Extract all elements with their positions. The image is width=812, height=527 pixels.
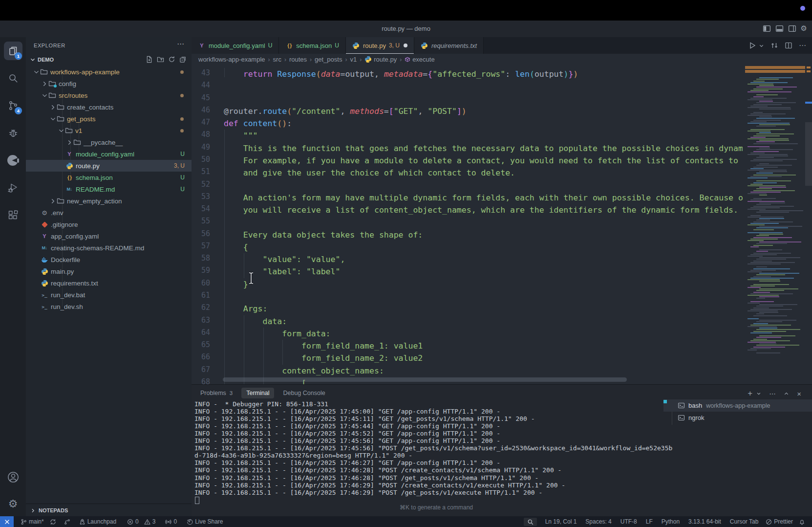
panel-tab-debug-console[interactable]: Debug Console bbox=[278, 388, 330, 398]
status-cursor-tab[interactable]: Cursor Tab bbox=[726, 516, 763, 527]
code-line[interactable]: 65 form_field_name_1: value1 bbox=[192, 340, 812, 352]
search-icon[interactable] bbox=[524, 518, 537, 526]
terminal-item-ngrok[interactable]: ngrok bbox=[663, 412, 812, 424]
collapse-all-icon[interactable] bbox=[179, 56, 187, 63]
status-git-graph[interactable] bbox=[61, 516, 73, 527]
activity-search-icon[interactable] bbox=[0, 66, 26, 90]
code-line[interactable]: 67 content_object_names: bbox=[192, 365, 812, 377]
status-indentation[interactable]: Spaces: 4 bbox=[581, 516, 616, 527]
tree-item-schema-json[interactable]: { }schema.jsonU bbox=[26, 172, 192, 183]
code-line[interactable]: 50 For example, if you have a module to … bbox=[192, 154, 812, 167]
tree-item-main-py[interactable]: main.py bbox=[26, 265, 192, 277]
status-language[interactable]: Python bbox=[657, 516, 684, 527]
status-python-version[interactable]: 3.13.1 64-bit bbox=[684, 516, 726, 527]
tab-module-config-yaml[interactable]: Ymodule_config.yamlU bbox=[192, 37, 279, 54]
status-problems[interactable]: 03 bbox=[124, 516, 158, 527]
tree-item-run-dev-sh[interactable]: >_run_dev.sh bbox=[26, 301, 192, 312]
code-line[interactable]: 45 bbox=[192, 93, 812, 106]
status-sync[interactable] bbox=[47, 516, 59, 527]
breadcrumb-item[interactable]: v1 bbox=[350, 56, 357, 63]
activity-extensions-icon[interactable] bbox=[0, 203, 26, 227]
new-folder-icon[interactable] bbox=[157, 56, 164, 63]
terminal-dropdown-icon[interactable] bbox=[756, 391, 761, 396]
status-bell[interactable] bbox=[796, 516, 808, 527]
customize-layout-gear-icon[interactable]: ⚙ bbox=[801, 24, 807, 33]
code-line[interactable]: 57 { bbox=[192, 241, 812, 254]
code-line[interactable]: 54 you will receive a list of content_ob… bbox=[192, 204, 812, 217]
code-line[interactable]: 61 bbox=[192, 290, 812, 303]
breadcrumb-item[interactable]: route.py bbox=[364, 56, 397, 63]
minimap[interactable] bbox=[745, 65, 805, 358]
status-cursor-position[interactable]: Ln 19, Col 1 bbox=[541, 516, 581, 527]
tab-schema-json[interactable]: { }schema.jsonU bbox=[279, 37, 346, 54]
code-line[interactable]: 58 "value": "value", bbox=[192, 253, 812, 266]
split-editor-icon[interactable] bbox=[785, 42, 792, 49]
more-actions-icon[interactable]: ⋯ bbox=[799, 41, 806, 50]
status-branch[interactable]: main* bbox=[18, 516, 47, 527]
run-dropdown-icon[interactable] bbox=[759, 43, 764, 48]
breadcrumb-item[interactable]: routes bbox=[289, 56, 307, 63]
tree-item-module-config-yaml[interactable]: Ymodule_config.yamlU bbox=[26, 148, 192, 160]
tree-item--env[interactable]: ⚙.env bbox=[26, 207, 192, 219]
code-line[interactable]: 60 } bbox=[192, 278, 812, 291]
status-prettier[interactable]: Prettier bbox=[763, 516, 796, 527]
code-line[interactable]: 47def content(): bbox=[192, 117, 812, 130]
tree-item-v1[interactable]: v1 bbox=[26, 125, 192, 136]
tree-item-creating-schemas-readme-md[interactable]: M↓creating-schemas-README.md bbox=[26, 242, 192, 254]
close-panel-icon[interactable]: × bbox=[797, 390, 801, 398]
tab-route-py[interactable]: route.py3, U bbox=[346, 37, 414, 54]
panel-more-icon[interactable]: ⋯ bbox=[769, 390, 776, 397]
breadcrumb-item[interactable]: get_posts bbox=[315, 56, 342, 63]
section-demo[interactable]: DEMO bbox=[26, 54, 192, 66]
panel-tab-problems[interactable]: Problems3 bbox=[195, 388, 237, 398]
new-terminal-icon[interactable]: + bbox=[748, 389, 752, 398]
code-line[interactable]: 46@router.route("/content", methods=["GE… bbox=[192, 105, 812, 118]
code-line[interactable]: 56 Every data object takes the shape of: bbox=[192, 229, 812, 242]
tree-item-dockerfile[interactable]: Dockerfile bbox=[26, 254, 192, 265]
code-line[interactable]: 52 bbox=[192, 179, 812, 192]
code-line[interactable]: 55 bbox=[192, 216, 812, 229]
code-line[interactable]: 53 An action's form may have multiple dy… bbox=[192, 192, 812, 204]
tree-item-create-contacts[interactable]: create_contacts bbox=[26, 101, 192, 113]
code-line[interactable]: 43 return Response(data=output, metadata… bbox=[192, 68, 812, 81]
tree-item-route-py[interactable]: route.py3, U bbox=[26, 160, 192, 172]
sidebar-more-icon[interactable]: ⋯ bbox=[177, 40, 185, 48]
horizontal-scrollbar[interactable] bbox=[223, 377, 627, 382]
code-line[interactable]: 64 form_data: bbox=[192, 328, 812, 340]
terminal-item-bash[interactable]: bashworkflows-app-example bbox=[663, 399, 812, 412]
tree-item-run-dev-bat[interactable]: >_run_dev.bat bbox=[26, 289, 192, 301]
maximize-panel-icon[interactable] bbox=[784, 391, 789, 396]
tree-item-requirements-txt[interactable]: requirements.txt bbox=[26, 277, 192, 289]
tree-item--pycache-[interactable]: __pycache__ bbox=[26, 136, 192, 148]
tree-item-get-posts[interactable]: get_posts bbox=[26, 113, 192, 125]
activity-explorer-icon[interactable]: 1 bbox=[0, 39, 26, 63]
toggle-sidebar-icon[interactable] bbox=[763, 24, 771, 33]
vertical-scrollbar[interactable] bbox=[805, 122, 812, 186]
tab-requirements-txt[interactable]: requirements.txt bbox=[414, 37, 484, 54]
code-line[interactable]: 48 """ bbox=[192, 130, 812, 142]
activity-test-debug-icon[interactable] bbox=[0, 176, 26, 199]
tree-item-config[interactable]: config bbox=[26, 78, 192, 89]
terminal-output[interactable]: INFO - * Debugger PIN: 856-118-331INFO -… bbox=[194, 400, 678, 504]
code-line[interactable]: 62 Args: bbox=[192, 303, 812, 315]
tree-item-app-config-yaml[interactable]: Yapp_config.yaml bbox=[26, 230, 192, 242]
activity-extension-circle-icon[interactable] bbox=[0, 149, 26, 172]
activity-debug-icon[interactable] bbox=[0, 121, 26, 145]
code-line[interactable]: 59 "label": "label" bbox=[192, 265, 812, 278]
run-python-file-icon[interactable] bbox=[748, 42, 756, 49]
notepads-section[interactable]: NOTEPADS bbox=[26, 504, 192, 517]
status-live-share[interactable]: Live Share bbox=[184, 516, 226, 527]
toggle-secondary-sidebar-icon[interactable] bbox=[788, 24, 796, 33]
status-ports[interactable]: 0 bbox=[162, 516, 180, 527]
code-line[interactable]: 63 data: bbox=[192, 315, 812, 328]
code-line[interactable]: 49 This is the function that goes and fe… bbox=[192, 142, 812, 155]
panel-tab-terminal[interactable]: Terminal bbox=[241, 388, 274, 398]
new-file-icon[interactable] bbox=[146, 56, 153, 63]
status-remote[interactable] bbox=[0, 516, 14, 527]
status-eol[interactable]: LF bbox=[641, 516, 657, 527]
toggle-panel-icon[interactable] bbox=[775, 24, 784, 33]
unsaved-dot-icon[interactable] bbox=[404, 44, 407, 47]
activity-settings-icon[interactable]: ⚙ bbox=[0, 492, 26, 515]
status-encoding[interactable]: UTF-8 bbox=[616, 516, 641, 527]
tree-item-readme-md[interactable]: M↓README.mdU bbox=[26, 183, 192, 195]
